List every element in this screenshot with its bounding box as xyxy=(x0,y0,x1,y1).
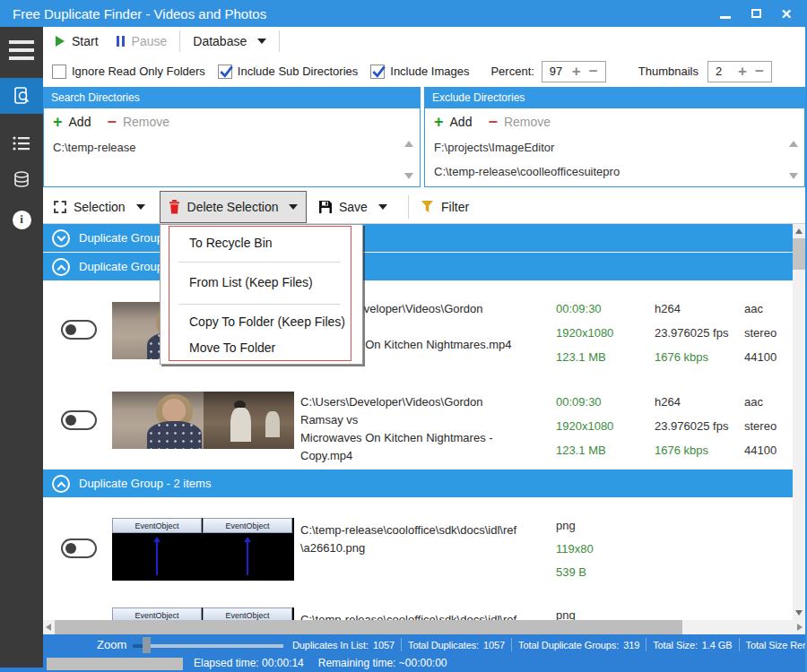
channels-value: stereo xyxy=(744,321,777,345)
image-thumbnail[interactable]: EventObject EventObject xyxy=(112,518,294,581)
file-details-column3: aac stereo 44100 xyxy=(744,297,777,369)
scroll-right-icon[interactable] xyxy=(797,624,803,631)
file-path-line2: Microwaves On Kitchen Nightmares - Copy.… xyxy=(300,429,525,465)
include-images-checkbox[interactable] xyxy=(370,65,385,79)
menu-item-move-to-folder[interactable]: Move To Folder xyxy=(189,340,275,355)
menu-separator xyxy=(178,304,341,305)
percent-value[interactable]: 97 xyxy=(550,65,564,78)
scroll-down-icon[interactable] xyxy=(795,610,803,616)
pause-label: Pause xyxy=(132,34,168,48)
thumbnails-spinner: 2 + − xyxy=(707,61,772,82)
search-remove-button[interactable]: Remove xyxy=(123,115,169,129)
delete-selection-menu: To Recycle Bin From List (Keep Files) Co… xyxy=(160,224,363,365)
include-sub-directories-label: Include Sub Directories xyxy=(238,65,358,78)
file-details-column1: 00:09:30 1920x1080 123.1 MB xyxy=(556,390,613,462)
minimize-button[interactable] xyxy=(710,0,741,27)
video-thumbnail[interactable] xyxy=(112,392,294,449)
group-header-3[interactable]: Duplicate Group - 2 items xyxy=(43,470,793,497)
scroll-down-icon[interactable] xyxy=(789,173,798,179)
file-details-column3: aac stereo 44100 xyxy=(744,390,777,462)
group-header-1[interactable]: Duplicate Group - xyxy=(43,224,793,252)
pause-button[interactable]: Pause xyxy=(117,34,168,48)
scrollbar-thumb[interactable] xyxy=(55,620,682,634)
scroll-up-icon[interactable] xyxy=(404,141,413,147)
scroll-up-icon[interactable] xyxy=(789,141,798,147)
mark-toggle[interactable] xyxy=(61,538,97,558)
file-path[interactable]: C:\temp-release\cooloffice\sdk\docs\idl\… xyxy=(300,611,525,620)
maximize-icon xyxy=(751,9,761,18)
sidebar-item-database[interactable] xyxy=(0,163,43,199)
resolution-value: 1920x1080 xyxy=(556,414,613,438)
close-button[interactable]: ✕ xyxy=(771,0,802,27)
database-label: Database xyxy=(193,34,247,48)
file-path[interactable]: C:\temp-release\cooloffice\sdk\docs\idl\… xyxy=(300,521,525,557)
expand-chevron-icon[interactable] xyxy=(52,229,70,247)
hamburger-menu-button[interactable] xyxy=(9,40,34,60)
scroll-down-icon[interactable] xyxy=(404,173,413,179)
selection-button[interactable]: Selection xyxy=(47,193,152,221)
database-icon xyxy=(13,171,30,191)
vertical-scrollbar[interactable] xyxy=(793,224,805,620)
search-add-button[interactable]: Add xyxy=(69,115,91,129)
thumbnail-text: EventObject xyxy=(112,607,202,620)
ignore-read-only-checkbox[interactable] xyxy=(52,65,66,79)
maximize-button[interactable] xyxy=(741,0,771,27)
progress-bar xyxy=(47,658,183,670)
file-path-line1: C:\temp-release\cooloffice\sdk\docs\idl\… xyxy=(300,611,525,620)
delete-selection-button[interactable]: Delete Selection xyxy=(160,191,307,223)
sidebar-item-duplicate-list[interactable] xyxy=(0,125,43,161)
sidebar-item-about[interactable]: i xyxy=(0,202,43,237)
image-thumbnail[interactable]: EventObject EventObject xyxy=(112,607,294,620)
window-controls: ✕ xyxy=(710,0,802,27)
exclude-add-button[interactable]: Add xyxy=(450,115,473,129)
exclude-directory-item[interactable]: F:\projects\ImageEditor xyxy=(425,135,804,159)
collapse-chevron-icon[interactable] xyxy=(52,475,70,493)
start-button[interactable]: Start xyxy=(56,34,99,48)
time-info: Elapsed time: 00:00:14 Remaining time: ~… xyxy=(194,657,447,669)
search-directories-header: Search Directories xyxy=(43,87,421,108)
collapse-chevron-icon[interactable] xyxy=(52,258,70,276)
menu-item-to-recycle-bin[interactable]: To Recycle Bin xyxy=(189,236,273,250)
search-directories-actions: + Add − Remove xyxy=(44,108,420,135)
add-icon[interactable]: + xyxy=(434,113,444,132)
mark-toggle[interactable] xyxy=(61,320,97,340)
file-details-column1: png xyxy=(556,604,576,620)
ignore-read-only-label: Ignore Read Only Folders xyxy=(72,65,205,78)
file-path[interactable]: C:\Users\Developer\Videos\Gordon Ramsay … xyxy=(300,393,525,465)
thumbnail-frame xyxy=(112,392,204,449)
chevron-down-icon xyxy=(289,204,298,210)
remove-icon[interactable]: − xyxy=(107,113,117,132)
add-icon[interactable]: + xyxy=(53,113,63,132)
horizontal-scrollbar[interactable] xyxy=(43,620,805,634)
elapsed-time: Elapsed time: 00:00:14 xyxy=(194,657,304,669)
scroll-up-icon[interactable] xyxy=(795,228,803,234)
remove-icon[interactable]: − xyxy=(488,113,498,132)
save-button[interactable]: Save xyxy=(312,193,395,221)
mark-toggle[interactable] xyxy=(61,410,97,430)
percent-decrement-button[interactable]: − xyxy=(589,64,598,79)
file-path-line1: C:\temp-release\cooloffice\sdk\docs\idl\… xyxy=(300,521,525,539)
percent-increment-button[interactable]: + xyxy=(572,64,581,79)
menu-item-from-list[interactable]: From List (Keep Files) xyxy=(189,275,313,289)
menu-item-copy-to-folder[interactable]: Copy To Folder (Keep Files) xyxy=(189,314,345,329)
titlebar: Free Duplicate Finder - Videos and Photo… xyxy=(0,0,807,27)
scrollbar-thumb[interactable] xyxy=(793,238,805,270)
include-sub-directories-checkbox[interactable] xyxy=(218,65,232,79)
thumbnails-increment-button[interactable]: + xyxy=(738,64,747,79)
percent-label: Percent: xyxy=(490,65,534,78)
database-dropdown-button[interactable]: Database xyxy=(193,34,266,48)
exclude-directory-item[interactable]: C:\temp-release\coolleofficesuitepro xyxy=(425,159,804,184)
thumbnails-decrement-button[interactable]: − xyxy=(755,64,764,79)
group-header-2[interactable]: Duplicate Group - xyxy=(43,253,793,280)
delete-selection-label: Delete Selection xyxy=(187,200,279,214)
remaining-time: Remaining time: ~00:00:00 xyxy=(318,657,447,669)
exclude-remove-button[interactable]: Remove xyxy=(504,115,551,129)
bitrate-value: 1676 kbps xyxy=(655,345,728,369)
search-directory-item[interactable]: C:\temp-release xyxy=(44,135,420,159)
sidebar-item-search[interactable] xyxy=(0,78,43,114)
scroll-left-icon[interactable] xyxy=(46,624,51,631)
thumbnails-value[interactable]: 2 xyxy=(716,65,730,78)
filter-button[interactable]: Filter xyxy=(414,193,476,221)
play-icon xyxy=(56,36,65,47)
file-details-column2: h264 23.976025 fps 1676 kbps xyxy=(655,390,728,462)
